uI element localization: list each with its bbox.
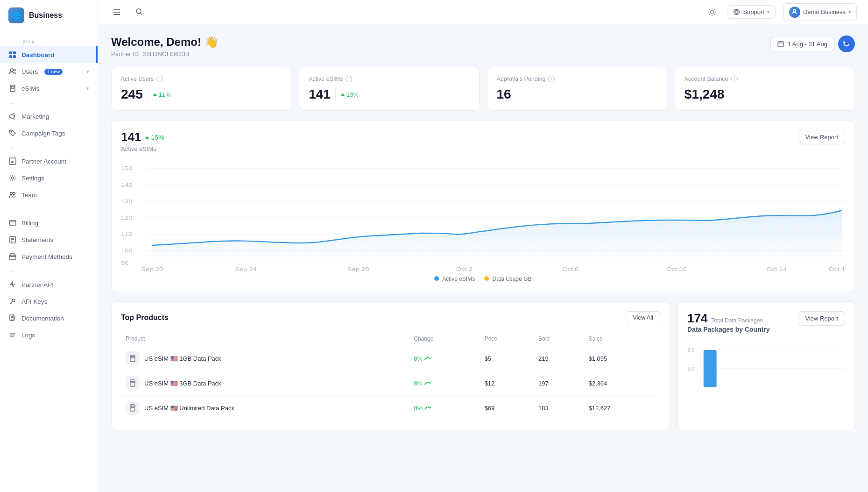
svg-text:Oct 18: Oct 18 [829,266,845,272]
app-title: Business [29,11,62,20]
view-report-button[interactable]: View Report [798,130,845,144]
svg-point-18 [710,10,714,14]
sold-cell: 197 [534,371,584,396]
demo-business-button[interactable]: Demo Business ▾ [783,3,857,21]
sidebar-item-dashboard[interactable]: Dashboard [0,46,98,63]
svg-text:110: 110 [121,231,133,237]
sidebar-item-label: Users [21,68,38,75]
stat-label: Active eSIMs i [309,76,469,82]
change-cell: 8% [409,371,480,396]
sales-cell: $12,627 [584,396,660,421]
svg-text:Oct 2: Oct 2 [456,266,473,272]
sidebar-item-label: Documentation [21,315,64,322]
dashboard-icon [8,50,17,59]
svg-rect-1 [13,51,16,54]
svg-rect-7 [11,86,14,88]
view-report-button[interactable]: View Report [798,311,845,326]
svg-text:Oct 14: Oct 14 [766,266,786,272]
topbar-right: Support ▾ Demo Business ▾ [705,3,857,21]
sidebar-item-label: Marketing [21,113,49,120]
chart-subtitle: Active eSIMs [121,145,164,152]
users-badge: 1 new [44,69,63,75]
legend-active-esims: Active eSIMs [434,276,475,282]
svg-text:Oct 6: Oct 6 [562,266,579,272]
svg-rect-48 [131,381,134,383]
svg-point-17 [136,9,141,14]
sidebar-section-billing: ··· [0,203,98,214]
view-all-button[interactable]: View All [626,311,660,324]
sold-cell: 183 [534,396,584,421]
partner-api-icon [8,280,17,289]
date-controls: 1 Aug - 31 Aug [770,36,855,52]
support-label: Support [743,8,764,15]
info-icon[interactable]: i [346,76,352,82]
welcome-title: Welcome, Demo! 👋 [111,36,219,49]
users-icon [8,67,17,76]
svg-rect-46 [131,357,134,358]
sidebar-item-label: Statements [21,236,53,243]
col-price: Price [480,332,534,346]
chart-area: 150 140 130 120 110 100 90 [121,160,845,272]
sidebar-item-label: API Keys [21,298,48,305]
svg-point-10 [12,177,14,179]
settings-icon [8,174,17,182]
svg-point-21 [793,10,796,12]
demo-avatar [789,7,800,18]
chevron-down-icon: ▾ [86,69,89,75]
menu-icon[interactable] [109,5,124,20]
sidebar-item-label: Logs [21,332,35,339]
svg-text:140: 140 [121,182,133,188]
search-icon[interactable] [132,5,147,20]
api-keys-icon [8,297,17,306]
change-cell: 8% [409,396,480,421]
sun-icon[interactable] [705,5,720,20]
esims-icon [8,84,17,93]
sidebar-item-partner-api[interactable]: Partner API [0,276,98,293]
logs-icon [8,331,17,339]
price-cell: $69 [480,396,534,421]
info-icon[interactable]: i [156,76,163,82]
partner-id-label: Partner ID [111,50,139,57]
sidebar-item-marketing[interactable]: Marketing [0,108,98,125]
refresh-button[interactable] [838,36,855,52]
sidebar-item-settings[interactable]: Settings [0,170,98,186]
date-range-picker[interactable]: 1 Aug - 31 Aug [770,37,834,51]
sidebar-item-label: Settings [21,175,44,182]
sidebar-item-logs[interactable]: Logs [0,327,98,343]
chart-header: 141 15% Active eSIMs View Report [121,130,845,152]
sidebar-item-team[interactable]: Team [0,186,98,203]
svg-point-5 [14,69,15,71]
chart-change: 15% [145,134,164,141]
sales-cell: $1,095 [584,346,660,371]
sidebar-section-partner: ··· [0,142,98,153]
legend-dot-esims [434,276,439,281]
svg-text:130: 130 [121,199,133,205]
team-icon [8,191,17,199]
table-title: Top Products [121,314,169,322]
bar-chart-svg: 3.0 2.0 [687,343,845,395]
sidebar-item-label: Dashboard [21,51,55,58]
sidebar-item-campaign-tags[interactable]: Campaign Tags [0,125,98,142]
sidebar-item-users[interactable]: Users 1 new ▾ [0,63,98,80]
info-icon[interactable]: i [548,76,555,82]
sidebar: 🌐 Business ······ Main Dashboard Users 1… [0,0,98,492]
product-cell: US eSIM 🇺🇸 Unlimited Data Pack [121,396,409,421]
col-change: Change [409,332,480,346]
sales-cell: $2,364 [584,371,660,396]
svg-point-12 [13,193,15,195]
product-icon [126,401,140,415]
support-button[interactable]: Support ▾ [727,5,776,19]
svg-rect-50 [131,406,134,407]
bottom-grid: Top Products View All Product Change Pri… [111,301,855,430]
sidebar-item-esims[interactable]: eSIMs ▾ [0,80,98,97]
sidebar-item-billing[interactable]: Billing [0,214,98,231]
sidebar-item-payment-methods[interactable]: Payment Methods [0,248,98,265]
sidebar-item-partner-account[interactable]: Partner Account [0,153,98,170]
info-icon[interactable]: i [731,76,738,82]
sidebar-item-label: Payment Methods [21,253,72,260]
sidebar-item-label: Partner Account [21,158,66,165]
sidebar-item-api-keys[interactable]: API Keys [0,293,98,310]
sidebar-item-statements[interactable]: Statements [0,231,98,248]
sidebar-item-documentation[interactable]: Documentation [0,310,98,327]
payment-methods-icon [8,252,17,261]
